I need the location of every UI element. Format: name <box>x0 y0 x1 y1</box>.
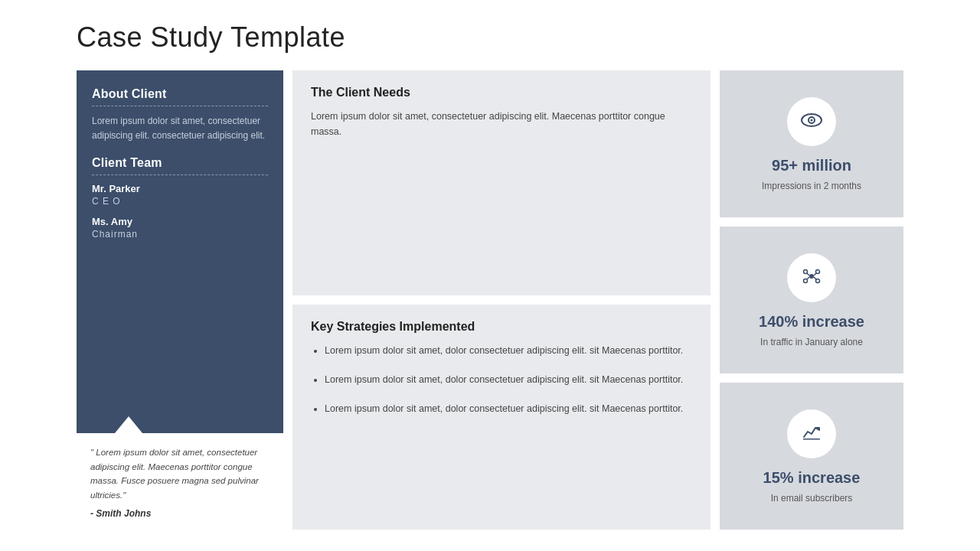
quote-author-name: Smith Johns <box>96 508 151 519</box>
stat-icon-circle-2 <box>787 253 836 302</box>
stat-value-2: 140% increase <box>759 313 864 331</box>
svg-line-10 <box>807 277 809 279</box>
svg-line-11 <box>814 277 816 279</box>
stat-value-3: 15% increase <box>763 469 861 487</box>
left-panel: About Client Lorem ipsum dolor sit amet,… <box>77 70 283 530</box>
quote-author: - Smith Johns <box>90 508 270 519</box>
page: Case Study Template About Client Lorem i… <box>0 0 980 551</box>
strategy-item-3: Lorem ipsum dolor sit amet, dolor consec… <box>325 401 692 416</box>
member1-role: C E O <box>92 196 268 207</box>
about-text: Lorem ipsum dolor sit amet, consectetuer… <box>92 114 268 142</box>
svg-point-5 <box>816 269 820 273</box>
chart-icon <box>799 420 824 448</box>
stat-value-1: 95+ million <box>772 157 851 174</box>
strategies-list: Lorem ipsum dolor sit amet, dolor consec… <box>311 343 692 416</box>
team-member-1: Mr. Parker C E O <box>92 183 268 216</box>
stat-card-2: 140% increase In traffic in January alon… <box>720 227 903 373</box>
svg-point-4 <box>804 269 808 273</box>
client-needs-card: The Client Needs Lorem ipsum dolor sit a… <box>292 70 710 295</box>
team-heading: Client Team <box>92 156 268 170</box>
strategies-card: Key Strategies Implemented Lorem ipsum d… <box>292 305 710 530</box>
svg-point-3 <box>809 274 814 279</box>
svg-line-9 <box>814 273 816 276</box>
network-icon <box>799 264 824 292</box>
member1-name: Mr. Parker <box>92 183 268 194</box>
about-heading: About Client <box>92 87 268 101</box>
quote-block: " Lorem ipsum dolor sit amet, consectetu… <box>77 433 283 530</box>
svg-point-7 <box>816 279 820 282</box>
strategy-item-1: Lorem ipsum dolor sit amet, dolor consec… <box>325 343 692 358</box>
client-needs-text: Lorem ipsum dolor sit amet, consectetuer… <box>311 109 692 139</box>
svg-rect-12 <box>803 439 820 440</box>
client-needs-title: The Client Needs <box>311 86 692 99</box>
page-title: Case Study Template <box>77 21 903 54</box>
stat-icon-circle-1 <box>787 97 836 146</box>
stat-label-3: In email subscribers <box>771 493 853 504</box>
stat-card-1: 95+ million Impressions in 2 months <box>720 70 903 217</box>
stat-label-2: In traffic in January alone <box>760 337 863 347</box>
quote-triangle <box>115 416 142 433</box>
svg-line-8 <box>807 273 809 276</box>
quote-text: " Lorem ipsum dolor sit amet, consectetu… <box>90 445 270 502</box>
member2-role: Chairman <box>92 229 268 240</box>
eye-icon <box>799 108 824 135</box>
member2-name: Ms. Amy <box>92 216 268 227</box>
strategy-item-2: Lorem ipsum dolor sit amet, dolor consec… <box>325 372 692 387</box>
middle-panel: The Client Needs Lorem ipsum dolor sit a… <box>292 70 710 530</box>
svg-point-2 <box>811 119 813 121</box>
right-panel: 95+ million Impressions in 2 months <box>720 70 903 530</box>
svg-point-6 <box>804 279 808 282</box>
stat-label-1: Impressions in 2 months <box>762 181 861 191</box>
strategies-title: Key Strategies Implemented <box>311 320 692 334</box>
stat-card-3: 15% increase In email subscribers <box>720 383 903 530</box>
stat-icon-circle-3 <box>787 409 836 458</box>
main-grid: About Client Lorem ipsum dolor sit amet,… <box>77 70 903 530</box>
team-member-2: Ms. Amy Chairman <box>92 216 268 249</box>
